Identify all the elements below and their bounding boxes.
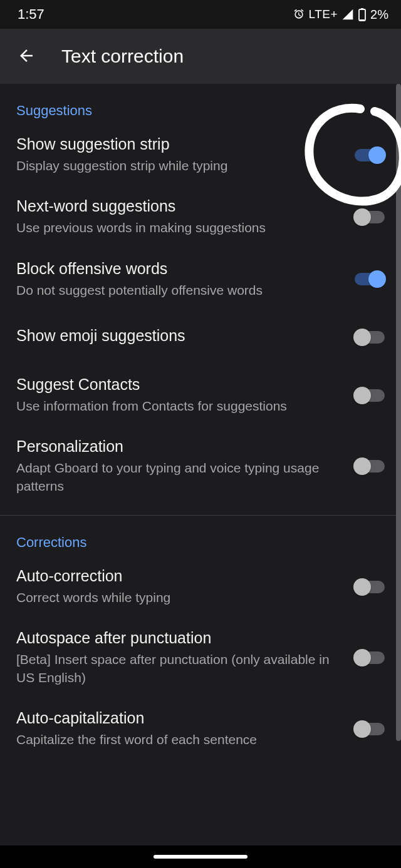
toggle-show-suggestion-strip[interactable] (355, 149, 385, 161)
toggle-knob (368, 270, 386, 288)
system-navbar (0, 845, 401, 868)
row-title: Suggest Contacts (16, 375, 341, 394)
row-show-emoji-suggestions[interactable]: Show emoji suggestions (0, 310, 401, 364)
row-title: Block offensive words (16, 260, 341, 278)
row-subtitle: Adapt Gboard to your typing and voice ty… (16, 459, 341, 495)
alarm-icon (293, 8, 305, 21)
row-auto-correction[interactable]: Auto-correction Correct words while typi… (0, 556, 401, 618)
toggle-auto-capitalization[interactable] (355, 723, 385, 735)
status-time: 1:57 (18, 6, 44, 23)
row-title: Auto-capitalization (16, 709, 341, 727)
toggle-knob (353, 387, 371, 404)
arrow-left-icon (17, 46, 36, 67)
page-title: Text correction (61, 46, 184, 67)
svg-rect-1 (361, 8, 363, 9)
battery-icon (358, 8, 367, 21)
section-header-corrections: Corrections (0, 516, 401, 556)
row-subtitle: Display suggestion strip while typing (16, 157, 341, 175)
toggle-knob (368, 146, 386, 164)
row-next-word-suggestions[interactable]: Next-word suggestions Use previous words… (0, 186, 401, 248)
row-title: Show suggestion strip (16, 135, 341, 153)
screen: 1:57 LTE+ 2% Text correction Suggestions (0, 0, 401, 868)
app-bar: Text correction (0, 29, 401, 84)
toggle-knob (353, 329, 371, 346)
back-button[interactable] (11, 41, 41, 71)
toggle-autospace-after-punctuation[interactable] (355, 651, 385, 664)
svg-rect-0 (359, 9, 365, 21)
toggle-knob (353, 649, 371, 666)
toggle-personalization[interactable] (355, 460, 385, 472)
row-subtitle: Do not suggest potentially offensive wor… (16, 282, 341, 299)
row-title: Auto-correction (16, 567, 341, 585)
toggle-auto-correction[interactable] (355, 581, 385, 593)
row-suggest-contacts[interactable]: Suggest Contacts Use information from Co… (0, 364, 401, 426)
row-title: Autospace after punctuation (16, 629, 341, 647)
row-title: Show emoji suggestions (16, 327, 341, 345)
toggle-knob (353, 578, 371, 596)
row-show-suggestion-strip[interactable]: Show suggestion strip Display suggestion… (0, 124, 401, 186)
row-subtitle: Use information from Contacts for sugges… (16, 397, 341, 415)
toggle-knob (353, 208, 371, 226)
status-bar: 1:57 LTE+ 2% (0, 0, 401, 29)
scrollbar-thumb[interactable] (396, 84, 401, 741)
row-auto-capitalization[interactable]: Auto-capitalization Capitalize the first… (0, 698, 401, 760)
status-right: LTE+ 2% (293, 8, 388, 22)
toggle-knob (353, 457, 371, 475)
nav-pill[interactable] (154, 855, 247, 859)
row-subtitle: [Beta] Insert space after punctuation (o… (16, 651, 341, 687)
row-title: Next-word suggestions (16, 197, 341, 215)
row-subtitle: Use previous words in making suggestions (16, 219, 341, 237)
row-title: Personalization (16, 437, 341, 456)
settings-list[interactable]: Suggestions Show suggestion strip Displa… (0, 84, 401, 868)
svg-rect-2 (360, 19, 365, 20)
row-subtitle: Correct words while typing (16, 589, 341, 606)
toggle-knob (353, 720, 371, 738)
section-header-suggestions: Suggestions (0, 84, 401, 124)
row-block-offensive-words[interactable]: Block offensive words Do not suggest pot… (0, 248, 401, 310)
battery-percent: 2% (370, 8, 388, 22)
toggle-suggest-contacts[interactable] (355, 389, 385, 402)
toggle-show-emoji-suggestions[interactable] (355, 331, 385, 344)
toggle-next-word-suggestions[interactable] (355, 211, 385, 223)
signal-icon (341, 8, 354, 21)
toggle-block-offensive-words[interactable] (355, 273, 385, 285)
row-autospace-after-punctuation[interactable]: Autospace after punctuation [Beta] Inser… (0, 618, 401, 698)
row-subtitle: Capitalize the first word of each senten… (16, 731, 341, 748)
network-label: LTE+ (309, 8, 338, 21)
row-personalization[interactable]: Personalization Adapt Gboard to your typ… (0, 426, 401, 506)
